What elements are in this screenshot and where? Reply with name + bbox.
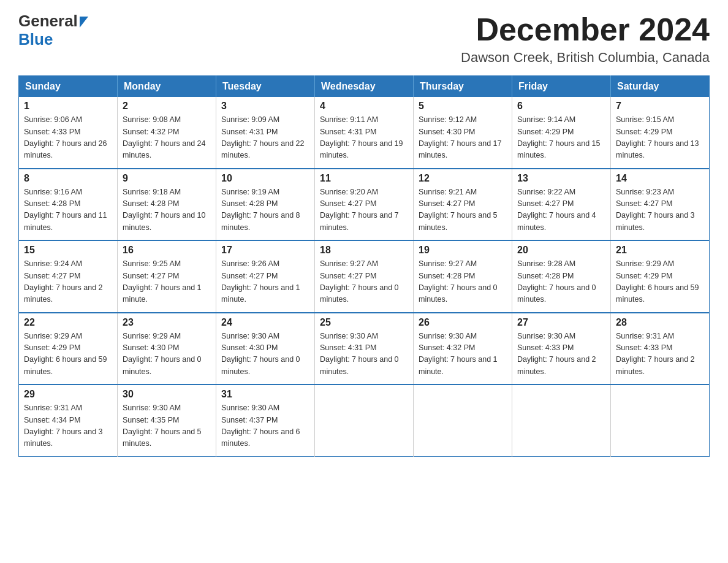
table-row: 2 Sunrise: 9:08 AM Sunset: 4:32 PM Dayli… (118, 97, 216, 169)
table-row: 13 Sunrise: 9:22 AM Sunset: 4:27 PM Dayl… (512, 169, 611, 241)
day-number: 26 (419, 317, 507, 328)
calendar-week-row: 8 Sunrise: 9:16 AM Sunset: 4:28 PM Dayli… (19, 169, 710, 241)
page-title: December 2024 (461, 12, 710, 47)
logo-arrow-icon (80, 17, 88, 28)
table-row: 12 Sunrise: 9:21 AM Sunset: 4:27 PM Dayl… (414, 169, 512, 241)
table-row: 18 Sunrise: 9:27 AM Sunset: 4:27 PM Dayl… (315, 240, 414, 313)
day-info: Sunrise: 9:28 AM Sunset: 4:28 PM Dayligh… (517, 258, 605, 306)
header: General Blue December 2024 Dawson Creek,… (18, 12, 710, 66)
day-info: Sunrise: 9:31 AM Sunset: 4:33 PM Dayligh… (616, 331, 704, 378)
table-row: 26 Sunrise: 9:30 AM Sunset: 4:32 PM Dayl… (414, 313, 512, 385)
table-row: 15 Sunrise: 9:24 AM Sunset: 4:27 PM Dayl… (19, 240, 118, 313)
day-number: 18 (320, 245, 408, 256)
table-row: 30 Sunrise: 9:30 AM Sunset: 4:35 PM Dayl… (118, 385, 216, 456)
day-info: Sunrise: 9:08 AM Sunset: 4:32 PM Dayligh… (123, 114, 211, 162)
day-number: 5 (419, 101, 507, 112)
day-number: 14 (616, 173, 704, 184)
day-number: 28 (616, 317, 704, 328)
table-row: 9 Sunrise: 9:18 AM Sunset: 4:28 PM Dayli… (118, 169, 216, 241)
day-info: Sunrise: 9:23 AM Sunset: 4:27 PM Dayligh… (616, 186, 704, 234)
table-row: 6 Sunrise: 9:14 AM Sunset: 4:29 PM Dayli… (512, 97, 611, 169)
table-row: 19 Sunrise: 9:27 AM Sunset: 4:28 PM Dayl… (414, 240, 512, 313)
table-row: 31 Sunrise: 9:30 AM Sunset: 4:37 PM Dayl… (216, 385, 315, 456)
calendar-week-row: 22 Sunrise: 9:29 AM Sunset: 4:29 PM Dayl… (19, 313, 710, 385)
day-number: 25 (320, 317, 408, 328)
title-area: December 2024 Dawson Creek, British Colu… (461, 12, 710, 66)
day-info: Sunrise: 9:19 AM Sunset: 4:28 PM Dayligh… (221, 186, 309, 234)
calendar-header-row: Sunday Monday Tuesday Wednesday Thursday… (19, 76, 710, 98)
table-row: 3 Sunrise: 9:09 AM Sunset: 4:31 PM Dayli… (216, 97, 315, 169)
day-number: 23 (123, 317, 211, 328)
table-row: 28 Sunrise: 9:31 AM Sunset: 4:33 PM Dayl… (611, 313, 710, 385)
day-number: 15 (24, 245, 112, 256)
table-row: 23 Sunrise: 9:29 AM Sunset: 4:30 PM Dayl… (118, 313, 216, 385)
day-number: 20 (517, 245, 605, 256)
table-row: 7 Sunrise: 9:15 AM Sunset: 4:29 PM Dayli… (611, 97, 710, 169)
day-number: 7 (616, 101, 704, 112)
day-info: Sunrise: 9:06 AM Sunset: 4:33 PM Dayligh… (24, 114, 112, 162)
col-sunday: Sunday (19, 76, 118, 98)
table-row: 8 Sunrise: 9:16 AM Sunset: 4:28 PM Dayli… (19, 169, 118, 241)
day-number: 27 (517, 317, 605, 328)
table-row: 4 Sunrise: 9:11 AM Sunset: 4:31 PM Dayli… (315, 97, 414, 169)
day-number: 9 (123, 173, 211, 184)
day-number: 16 (123, 245, 211, 256)
table-row: 11 Sunrise: 9:20 AM Sunset: 4:27 PM Dayl… (315, 169, 414, 241)
table-row: 16 Sunrise: 9:25 AM Sunset: 4:27 PM Dayl… (118, 240, 216, 313)
table-row (512, 385, 611, 456)
table-row (315, 385, 414, 456)
table-row: 10 Sunrise: 9:19 AM Sunset: 4:28 PM Dayl… (216, 169, 315, 241)
table-row: 17 Sunrise: 9:26 AM Sunset: 4:27 PM Dayl… (216, 240, 315, 313)
calendar-week-row: 29 Sunrise: 9:31 AM Sunset: 4:34 PM Dayl… (19, 385, 710, 456)
day-number: 22 (24, 317, 112, 328)
day-info: Sunrise: 9:26 AM Sunset: 4:27 PM Dayligh… (221, 258, 309, 306)
day-info: Sunrise: 9:29 AM Sunset: 4:29 PM Dayligh… (24, 331, 112, 378)
day-number: 4 (320, 101, 408, 112)
day-info: Sunrise: 9:24 AM Sunset: 4:27 PM Dayligh… (24, 258, 112, 306)
table-row: 14 Sunrise: 9:23 AM Sunset: 4:27 PM Dayl… (611, 169, 710, 241)
day-number: 30 (123, 389, 211, 400)
day-info: Sunrise: 9:30 AM Sunset: 4:33 PM Dayligh… (517, 331, 605, 378)
day-info: Sunrise: 9:25 AM Sunset: 4:27 PM Dayligh… (123, 258, 211, 306)
day-info: Sunrise: 9:09 AM Sunset: 4:31 PM Dayligh… (221, 114, 309, 162)
logo-blue-text: Blue (18, 31, 88, 49)
table-row: 1 Sunrise: 9:06 AM Sunset: 4:33 PM Dayli… (19, 97, 118, 169)
day-info: Sunrise: 9:30 AM Sunset: 4:31 PM Dayligh… (320, 331, 408, 378)
day-info: Sunrise: 9:16 AM Sunset: 4:28 PM Dayligh… (24, 186, 112, 234)
table-row: 24 Sunrise: 9:30 AM Sunset: 4:30 PM Dayl… (216, 313, 315, 385)
day-info: Sunrise: 9:15 AM Sunset: 4:29 PM Dayligh… (616, 114, 704, 162)
table-row: 5 Sunrise: 9:12 AM Sunset: 4:30 PM Dayli… (414, 97, 512, 169)
day-number: 1 (24, 101, 112, 112)
day-number: 6 (517, 101, 605, 112)
col-friday: Friday (512, 76, 611, 98)
calendar-week-row: 1 Sunrise: 9:06 AM Sunset: 4:33 PM Dayli… (19, 97, 710, 169)
day-info: Sunrise: 9:11 AM Sunset: 4:31 PM Dayligh… (320, 114, 408, 162)
day-info: Sunrise: 9:29 AM Sunset: 4:29 PM Dayligh… (616, 258, 704, 306)
logo: General Blue (18, 12, 88, 49)
day-number: 3 (221, 101, 309, 112)
col-monday: Monday (118, 76, 216, 98)
day-number: 24 (221, 317, 309, 328)
day-number: 29 (24, 389, 112, 400)
day-info: Sunrise: 9:14 AM Sunset: 4:29 PM Dayligh… (517, 114, 605, 162)
col-tuesday: Tuesday (216, 76, 315, 98)
day-number: 11 (320, 173, 408, 184)
day-number: 31 (221, 389, 309, 400)
day-number: 2 (123, 101, 211, 112)
day-number: 8 (24, 173, 112, 184)
day-info: Sunrise: 9:30 AM Sunset: 4:30 PM Dayligh… (221, 331, 309, 378)
table-row: 27 Sunrise: 9:30 AM Sunset: 4:33 PM Dayl… (512, 313, 611, 385)
table-row: 21 Sunrise: 9:29 AM Sunset: 4:29 PM Dayl… (611, 240, 710, 313)
table-row: 29 Sunrise: 9:31 AM Sunset: 4:34 PM Dayl… (19, 385, 118, 456)
calendar-week-row: 15 Sunrise: 9:24 AM Sunset: 4:27 PM Dayl… (19, 240, 710, 313)
logo-general-text: General (18, 12, 78, 31)
day-number: 17 (221, 245, 309, 256)
col-saturday: Saturday (611, 76, 710, 98)
day-number: 21 (616, 245, 704, 256)
day-info: Sunrise: 9:20 AM Sunset: 4:27 PM Dayligh… (320, 186, 408, 234)
day-info: Sunrise: 9:22 AM Sunset: 4:27 PM Dayligh… (517, 186, 605, 234)
table-row: 20 Sunrise: 9:28 AM Sunset: 4:28 PM Dayl… (512, 240, 611, 313)
day-info: Sunrise: 9:12 AM Sunset: 4:30 PM Dayligh… (419, 114, 507, 162)
page-subtitle: Dawson Creek, British Columbia, Canada (461, 50, 710, 66)
day-info: Sunrise: 9:30 AM Sunset: 4:32 PM Dayligh… (419, 331, 507, 378)
